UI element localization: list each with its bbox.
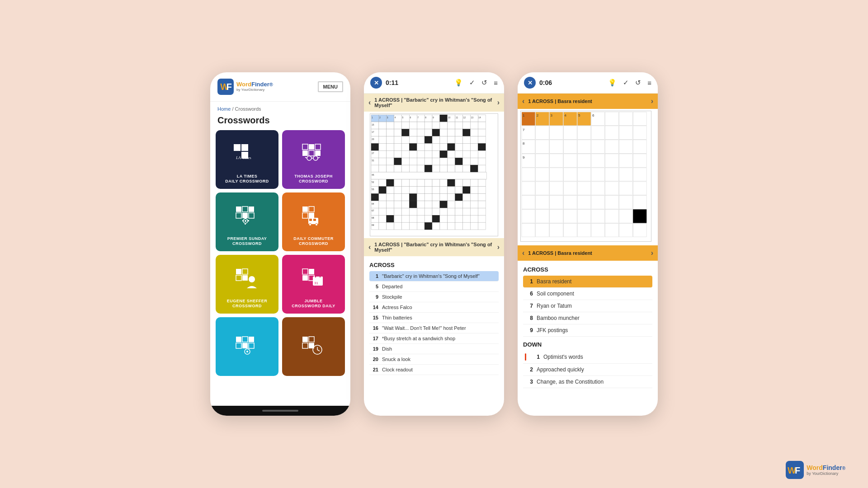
svg-rect-274	[417, 215, 425, 222]
breadcrumb-home[interactable]: Home	[217, 106, 231, 112]
phone2-clue-nav-top: ‹ 1 ACROSS | "Barbaric" cry in Whitman's…	[364, 94, 504, 112]
svg-rect-23	[249, 206, 254, 212]
phone3-clue-row-6[interactable]: 6 Soil component	[523, 288, 652, 300]
logo: W F WordFinder® by YourDictionary	[217, 79, 273, 95]
svg-text:2: 2	[537, 113, 539, 117]
clue-row-5[interactable]: 5 Departed	[369, 282, 499, 292]
phone3-down-row-1[interactable]: 1 Optimist's words	[523, 351, 652, 364]
svg-rect-363	[522, 168, 535, 181]
svg-rect-384	[563, 196, 577, 209]
clue-row-17[interactable]: 17 *Busy stretch at a sandwich shop	[369, 333, 499, 344]
svg-text:14: 14	[478, 117, 481, 119]
premier-sunday-icon	[218, 197, 276, 235]
svg-rect-261	[432, 208, 440, 215]
phone3-stop-btn[interactable]: ✕	[524, 77, 536, 89]
phone3-down-row-3[interactable]: 3 Change, as the Constitution	[523, 376, 652, 388]
svg-rect-286	[394, 222, 402, 230]
card-premier-sunday[interactable]: PREMIER SUNDAYCROSSWORD	[216, 192, 278, 251]
card-7[interactable]	[216, 317, 278, 376]
svg-rect-387	[605, 196, 619, 209]
card-eugene-sheffer[interactable]: EUGENE SHEFFERCROSSWORD	[216, 255, 278, 314]
svg-rect-227	[402, 194, 410, 201]
clue-row-16[interactable]: 16 "Wait Wait... Don't Tell Me!" host Pe…	[369, 323, 499, 333]
card-thomas-joseph[interactable]: THOMAS JOSEPHCROSSWORD	[282, 130, 345, 189]
card-jumble-daily[interactable]: 31 JUMBLECROSSWORD DAILY	[282, 255, 345, 314]
clue-row-15[interactable]: 15 Thin batteries	[369, 313, 499, 323]
svg-rect-247	[440, 201, 448, 208]
svg-rect-127	[448, 136, 455, 144]
phone3-next-clue-btn[interactable]: ›	[651, 97, 653, 105]
clue-row-21[interactable]: 21 Clock readout	[369, 365, 499, 375]
card-la-times[interactable]: LA Times LA TIMESDAILY CROSSWORD	[216, 130, 278, 189]
svg-rect-224	[379, 194, 387, 201]
clue-row-19[interactable]: 19 Dish	[369, 344, 499, 354]
phone2-stop-btn[interactable]: ✕	[370, 77, 382, 89]
svg-rect-275	[425, 215, 432, 222]
phone3-down-row-2[interactable]: 2 Approached quickly	[523, 364, 652, 376]
clue-row-9[interactable]: 9 Stockpile	[369, 292, 499, 302]
svg-rect-395	[591, 209, 605, 223]
clue-row-14[interactable]: 14 Actress Falco	[369, 302, 499, 313]
crossword-grid-svg[interactable]: 1 2 3 4 5 6 7 8 9 10 11 12 13 14 15 17 2…	[370, 113, 498, 236]
phone3-down-heading: DOWN	[523, 341, 652, 348]
jumble-daily-icon: 31	[285, 259, 342, 297]
menu-button[interactable]: MENU	[318, 81, 343, 92]
phone3-menu-icon[interactable]: ≡	[647, 79, 651, 87]
svg-rect-57	[242, 337, 248, 342]
hint-icon[interactable]: 💡	[454, 79, 463, 87]
watermark-word: Word	[807, 464, 823, 471]
phone3-check-icon[interactable]: ✓	[623, 79, 629, 87]
next-clue-btn[interactable]: ›	[497, 99, 500, 107]
phone3-top-bar: ✕ 0:06 💡 ✓ ↺ ≡	[518, 72, 658, 94]
svg-rect-219	[455, 187, 463, 194]
svg-text:64: 64	[372, 203, 374, 205]
svg-rect-139	[425, 144, 432, 151]
svg-rect-378	[605, 182, 619, 195]
down-indicator-1	[525, 353, 526, 361]
svg-rect-31	[242, 220, 244, 221]
card-daily-commuter[interactable]: DAILY COMMUTERCROSSWORD	[282, 192, 345, 251]
menu-icon[interactable]: ≡	[494, 79, 498, 87]
svg-text:9: 9	[523, 155, 525, 160]
phone3-clues-section: ACROSS 1 Basra resident 6 Soil component…	[518, 261, 658, 416]
phone3-hint-icon[interactable]: 💡	[608, 79, 617, 87]
la-times-icon: LA Times	[218, 135, 276, 172]
phone3-next-clue-btn-bottom[interactable]: ›	[651, 249, 653, 257]
svg-rect-149	[387, 150, 394, 158]
svg-rect-130	[470, 136, 478, 144]
svg-text:45: 45	[372, 174, 374, 176]
phone3-clue-row-8[interactable]: 8 Bamboo muncher	[523, 312, 652, 324]
svg-rect-26	[249, 213, 254, 218]
phone3-grid-svg[interactable]: 1 2 3 4 5 6 7 8 9	[520, 111, 651, 242]
svg-rect-388	[619, 196, 632, 209]
phone3-clue-num-6: 6	[525, 291, 533, 297]
svg-rect-381	[522, 196, 535, 209]
svg-rect-272	[402, 215, 410, 222]
svg-rect-61	[249, 343, 254, 348]
phone2-puzzle-grid: 1 2 3 4 5 6 7 8 9 10 11 12 13 14 15 17 2…	[364, 112, 504, 238]
svg-rect-214	[417, 187, 425, 194]
svg-rect-165	[394, 158, 402, 165]
svg-rect-228	[409, 194, 417, 201]
svg-rect-297	[478, 222, 486, 230]
check-icon[interactable]: ✓	[469, 79, 475, 87]
svg-rect-248	[448, 201, 455, 208]
phone3-clue-row-7[interactable]: 7 Ryan or Tatum	[523, 300, 652, 312]
svg-rect-403	[577, 223, 591, 237]
svg-rect-370	[619, 168, 632, 181]
clue-row-1[interactable]: 1 "Barbaric" cry in Whitman's "Song of M…	[369, 271, 499, 282]
svg-rect-34	[309, 206, 314, 212]
svg-rect-134	[387, 144, 394, 151]
phone3-refresh-icon[interactable]: ↺	[635, 79, 641, 87]
card-7-icon	[218, 322, 276, 370]
svg-rect-236	[470, 194, 478, 201]
svg-rect-187	[448, 165, 455, 172]
breadcrumb-sep: /	[232, 106, 233, 112]
clue-desc-15: Thin batteries	[382, 315, 497, 320]
phone3-clue-row-9[interactable]: 9 JFK postings	[523, 324, 652, 337]
clue-row-20[interactable]: 20 Snuck a look	[369, 354, 499, 365]
refresh-icon[interactable]: ↺	[481, 79, 487, 87]
phone3-clue-row-1[interactable]: 1 Basra resident	[523, 276, 652, 288]
next-clue-btn-bottom[interactable]: ›	[497, 243, 500, 251]
card-8[interactable]	[282, 317, 345, 376]
